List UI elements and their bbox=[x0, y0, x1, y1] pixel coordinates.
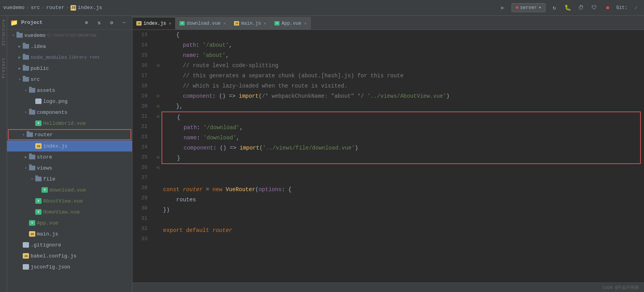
sidebar-item-node-modules[interactable]: ▶ node_modules library root bbox=[7, 52, 132, 63]
ln-13: 13 bbox=[132, 30, 147, 40]
idea-label: .idea bbox=[31, 44, 46, 49]
sidebar-item-download-vue[interactable]: V download.vue bbox=[7, 184, 132, 195]
sidebar-item-aboutview[interactable]: V AboutView.vue bbox=[7, 195, 132, 206]
tab-mainjs[interactable]: JS main.js ✕ bbox=[230, 17, 270, 29]
sidebar-item-logo[interactable]: logo.png bbox=[7, 96, 132, 107]
stop-icon[interactable]: ■ bbox=[603, 3, 612, 13]
tab-indexjs[interactable]: JS index.js ✕ bbox=[132, 17, 176, 29]
ln-18: 18 bbox=[132, 81, 147, 91]
ln-24: 24 bbox=[132, 142, 147, 152]
helloworld-label: HelloWorld.vue bbox=[43, 120, 86, 126]
structure-label: Structure bbox=[1, 19, 6, 46]
refresh-icon[interactable]: ↻ bbox=[550, 3, 559, 13]
gutter-marker-25: ◁ bbox=[152, 152, 160, 162]
sidebar-item-homeview[interactable]: V HomeView.vue bbox=[7, 206, 132, 217]
sidebar-item-file[interactable]: ▾ file bbox=[7, 173, 132, 184]
editor-area: JS index.js ✕ V download.vue ✕ JS main.j… bbox=[132, 16, 644, 292]
sidebar-minus-icon[interactable]: — bbox=[120, 18, 129, 27]
sidebar-layout-icon[interactable]: ⇅ bbox=[94, 18, 104, 27]
views-label: views bbox=[37, 165, 52, 171]
sidebar-item-appvue[interactable]: V App.vue bbox=[7, 217, 132, 228]
ln-22: 22 bbox=[132, 122, 147, 132]
tab-appvue-close[interactable]: ✕ bbox=[304, 21, 307, 26]
gutter: ◁ ◁ ◁ ◁ ◁ ◁ bbox=[152, 30, 160, 283]
sidebar-settings-icon[interactable]: ⚙ bbox=[107, 18, 116, 27]
code-line-17: // this generates a separate chunk (abou… bbox=[163, 71, 641, 81]
server-button[interactable]: ■ server ▾ bbox=[512, 3, 546, 12]
server-label: server bbox=[520, 5, 537, 11]
sidebar-item-gitignore[interactable]: .gitignore bbox=[7, 239, 132, 250]
logo-icon bbox=[35, 99, 42, 104]
ln-19: 19 bbox=[132, 91, 147, 101]
crumb-src[interactable]: src bbox=[31, 5, 40, 11]
ln-33: 33 bbox=[132, 234, 147, 244]
gutter-marker-16: ◁ bbox=[152, 60, 160, 71]
file-tree: ▾ vuedemo C:\Users\CC\Desktop ▶ .idea ▶ … bbox=[7, 30, 132, 292]
comp-arrow: ▾ bbox=[23, 110, 29, 115]
tab-indexjs-label: index.js bbox=[143, 21, 166, 26]
jsconfig-icon bbox=[23, 264, 29, 270]
toolbar-right: ▶ ■ server ▾ ↻ 🐛 ⏱ 🛡 ■ Git: ✓ bbox=[498, 3, 641, 13]
mainjs-label: main.js bbox=[37, 231, 58, 237]
status-bar: CSDN @不如不熟夜 bbox=[132, 283, 644, 292]
tab-mainjs-icon: JS bbox=[234, 21, 239, 26]
sidebar-item-assets[interactable]: ▾ assets bbox=[7, 85, 132, 96]
code-line-14: path: '/about', bbox=[163, 40, 641, 50]
tab-downloadvue[interactable]: V download.vue ✕ bbox=[176, 17, 230, 29]
code-line-25: } bbox=[164, 153, 640, 163]
ln-27: 27 bbox=[132, 173, 147, 183]
tab-indexjs-icon: JS bbox=[136, 21, 141, 26]
tree-root[interactable]: ▾ vuedemo C:\Users\CC\Desktop bbox=[7, 30, 132, 41]
store-arrow: ▶ bbox=[23, 155, 29, 159]
tab-indexjs-close[interactable]: ✕ bbox=[169, 21, 172, 26]
file-folder-icon bbox=[35, 177, 42, 181]
crumb-router[interactable]: router bbox=[46, 5, 65, 11]
bug-icon[interactable]: 🐛 bbox=[563, 3, 572, 13]
comp-label: components bbox=[37, 110, 67, 115]
sidebar-item-indexjs[interactable]: JS index.js bbox=[7, 141, 132, 151]
sidebar-item-babel[interactable]: JS babel.config.js bbox=[7, 250, 132, 261]
code-editor[interactable]: 13 14 15 16 17 18 19 20 21 22 23 24 25 2… bbox=[132, 30, 644, 283]
git-check-icon[interactable]: ✓ bbox=[631, 3, 641, 13]
gutter-marker-20: ◁ bbox=[152, 101, 160, 111]
src-arrow: ▾ bbox=[16, 77, 23, 82]
ln-30: 30 bbox=[132, 203, 147, 214]
coverage-icon[interactable]: 🛡 bbox=[590, 3, 599, 13]
crumb-vuedemo[interactable]: vuedemo bbox=[3, 5, 25, 11]
code-line-24: component: () => import('../views/file/d… bbox=[164, 143, 640, 153]
ln-20: 20 bbox=[132, 101, 147, 111]
tab-downloadvue-close[interactable]: ✕ bbox=[223, 21, 226, 26]
sidebar-item-views[interactable]: ▾ views bbox=[7, 162, 132, 173]
code-line-19: component: () => import(/* webpackChunkN… bbox=[163, 91, 641, 101]
sidebar-title: Project bbox=[21, 20, 43, 26]
assets-folder-icon bbox=[29, 88, 35, 93]
root-path: C:\Users\CC\Desktop bbox=[47, 33, 96, 38]
sidebar-item-mainjs[interactable]: JS main.js bbox=[7, 228, 132, 239]
file-arrow: ▾ bbox=[29, 177, 35, 181]
profile-icon[interactable]: ⏱ bbox=[576, 3, 586, 13]
views-folder-icon bbox=[29, 166, 35, 170]
code-line-28: const router = new VueRouter(options: { bbox=[163, 184, 641, 195]
sidebar-item-src[interactable]: ▾ src bbox=[7, 74, 132, 85]
ln-15: 15 bbox=[132, 50, 147, 60]
homeview-label: HomeView.vue bbox=[43, 209, 80, 215]
file-label: file bbox=[43, 176, 55, 182]
ln-14: 14 bbox=[132, 40, 147, 50]
sidebar-item-router[interactable]: ▾ router bbox=[8, 129, 131, 140]
sidebar-gear-icon[interactable]: ⊕ bbox=[82, 18, 91, 27]
download-vue-icon: V bbox=[42, 187, 48, 193]
sidebar-item-components[interactable]: ▾ components bbox=[7, 107, 132, 118]
titlebar: vuedemo › src › router › JS index.js ▶ ■… bbox=[0, 0, 644, 16]
sidebar-item-helloworld[interactable]: V HelloWorld.vue bbox=[7, 118, 132, 129]
ln-21: 21 bbox=[132, 111, 147, 122]
assets-label: assets bbox=[37, 88, 55, 93]
run-icon[interactable]: ▶ bbox=[498, 3, 508, 13]
sidebar-item-idea[interactable]: ▶ .idea bbox=[7, 41, 132, 52]
helloworld-vue-icon: V bbox=[35, 120, 42, 126]
sidebar-item-jsconfig[interactable]: jsconfig.json bbox=[7, 261, 132, 272]
sidebar-item-public[interactable]: ▶ public bbox=[7, 63, 132, 74]
tab-mainjs-close[interactable]: ✕ bbox=[264, 21, 267, 26]
sidebar-header: 📁 Project ⊕ ⇅ ⚙ — bbox=[7, 16, 132, 30]
tab-appvue[interactable]: V App.vue ✕ bbox=[270, 17, 311, 29]
sidebar-item-store[interactable]: ▶ store bbox=[7, 151, 132, 162]
